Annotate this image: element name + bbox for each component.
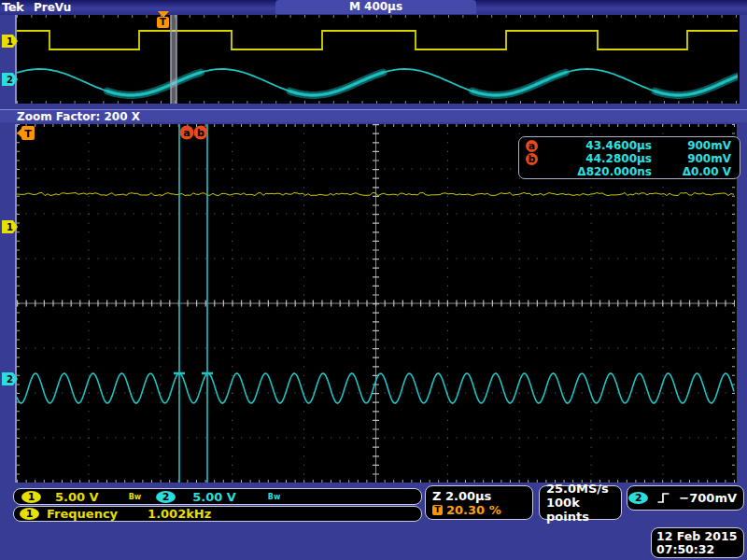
record-length: 100k points: [546, 496, 621, 524]
ch1-scale: 5.00 V: [55, 490, 99, 504]
zoom-timebase: Z 2.00µs: [432, 489, 491, 503]
datetime-readout: 12 Feb 2015 07:50:32: [651, 527, 744, 558]
ch2-scale: 5.00 V: [192, 490, 236, 504]
trigger-t-icon: T: [432, 505, 443, 515]
svg-text:T: T: [24, 128, 32, 140]
measurement-readout[interactable]: 1 Frequency 1.002kHz: [13, 506, 422, 522]
acquisition-status: PreVu: [34, 1, 71, 14]
cursor-delta-time: Δ820.000ns: [538, 165, 652, 178]
date-text: 12 Feb 2015: [656, 530, 737, 543]
overview-waveforms: [17, 15, 738, 104]
cursor-delta-row: Δ820.000ns Δ0.00 V: [526, 165, 731, 178]
cursor-a-badge: a: [526, 140, 538, 152]
cursor-b-row: b 44.2800µs 900mV: [526, 152, 731, 165]
zoom-scale-readout[interactable]: Z 2.00µs T 20.30 %: [425, 485, 533, 520]
zoom-factor-bar: Zoom Factor: 200 X: [0, 109, 747, 122]
tek-logo: Tek: [2, 0, 23, 14]
svg-text:b: b: [197, 127, 204, 139]
trigger-position-row: T 20.30 %: [432, 503, 501, 517]
cursor-b-badge: b: [526, 153, 538, 165]
rising-edge-icon: [656, 492, 670, 504]
svg-text:a: a: [183, 127, 190, 139]
trigger-readout[interactable]: 2 −700mV: [627, 485, 744, 511]
cursor-a-voltage: 900mV: [652, 139, 731, 152]
sample-rate: 25.0MS/s: [546, 482, 609, 496]
cursor-a-row: a 43.4600µs 900mV: [526, 139, 731, 152]
trigger-level: −700mV: [679, 491, 737, 505]
trigger-source-badge: 2: [628, 492, 648, 504]
overview-waveform-window: [15, 15, 740, 104]
channel-scale-readout[interactable]: 1 5.00 V Bw 2 5.00 V Bw: [13, 488, 422, 505]
delta-spacer: [526, 166, 538, 178]
measurement-value: 1.002kHz: [148, 507, 211, 521]
cursor-b-time: 44.2800µs: [538, 152, 652, 165]
main-timebase-readout: M 400µs: [275, 0, 476, 14]
cursor-readout-box: a 43.4600µs 900mV b 44.2800µs 900mV Δ820…: [518, 136, 740, 179]
cursor-delta-voltage: Δ0.00 V: [652, 165, 731, 178]
trigger-position-marker[interactable]: T: [157, 17, 169, 28]
measurement-label: Frequency: [47, 507, 118, 521]
trigger-position-percent: 20.30 %: [446, 503, 501, 517]
ch1-badge[interactable]: 1: [21, 491, 41, 503]
title-bar: Tek PreVu M 400µs: [0, 0, 747, 15]
ch2-badge[interactable]: 2: [156, 491, 176, 503]
cursor-b-voltage: 900mV: [652, 152, 731, 165]
time-text: 07:50:32: [656, 543, 714, 556]
cursor-a-time: 43.4600µs: [538, 139, 652, 152]
ch2-bandwidth-icon: Bw: [268, 493, 281, 501]
trigger-level-flag[interactable]: T: [17, 126, 35, 140]
acquisition-readout[interactable]: 25.0MS/s 100k points: [539, 485, 622, 520]
measurement-source-badge: 1: [20, 508, 39, 520]
ch1-bandwidth-icon: Bw: [129, 493, 142, 501]
